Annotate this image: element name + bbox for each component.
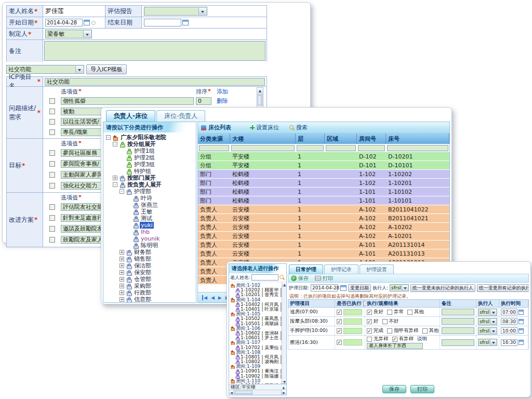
patient-list-item[interactable]: 1-10802 | 凌梅刚 | 0112 bbox=[230, 360, 286, 364]
bed-filter-input[interactable] bbox=[199, 145, 229, 151]
patient-list-item[interactable]: 1-10502 | 慕凤凰 | 0106 bbox=[230, 316, 286, 321]
done-checkbox[interactable] bbox=[337, 340, 342, 345]
note-input[interactable] bbox=[442, 309, 474, 315]
bed-table-row[interactable]: 负责人云安楼1A-102A-10202 bbox=[198, 223, 449, 232]
patient-list-item[interactable]: 1-10602 | 曾润林 | 0141 bbox=[230, 331, 286, 336]
bed-column-header[interactable]: 分类来源 bbox=[198, 134, 230, 144]
collapse-icon[interactable]: ▲ bbox=[282, 385, 285, 389]
note-input[interactable] bbox=[442, 327, 474, 334]
room-list-item[interactable]: 房间:1-108 bbox=[230, 350, 286, 355]
done-checkbox[interactable] bbox=[337, 319, 342, 324]
scroll-left-icon[interactable]: ◀ bbox=[229, 390, 234, 395]
set-bed-button[interactable]: 设置床位 bbox=[250, 124, 279, 131]
option-checkbox[interactable] bbox=[49, 172, 55, 178]
tab-护理设置[interactable]: 护理设置 bbox=[360, 264, 394, 274]
list-vertical-scrollbar[interactable]: ▲ ▼ bbox=[282, 282, 286, 384]
bed-table-row[interactable]: 负责人云安楼1A-102B2011041021 bbox=[198, 214, 449, 223]
option-value-input[interactable]: 個性孤僻 bbox=[61, 97, 194, 105]
result-checkbox[interactable] bbox=[387, 328, 392, 334]
save-button[interactable]: 保存 bbox=[382, 385, 406, 393]
collapse-icon[interactable]: - bbox=[119, 189, 124, 194]
expand-icon[interactable]: + bbox=[119, 270, 124, 275]
result-checkbox[interactable] bbox=[367, 337, 372, 342]
option-checkbox[interactable] bbox=[49, 183, 55, 189]
patient-list-item[interactable]: 1-10601 | 罗士忠 | 0114 bbox=[230, 336, 286, 340]
executor-select[interactable]: sfrsl bbox=[478, 318, 497, 325]
result-detail-input[interactable]: 老人身体长了东西 bbox=[367, 343, 423, 349]
expand-icon[interactable]: + bbox=[119, 290, 124, 295]
scroll-up-icon[interactable]: ▲ bbox=[282, 282, 286, 287]
next-page-icon[interactable]: ▶ bbox=[218, 295, 222, 300]
bed-table-row[interactable]: 部门松鹤楼11-1011-10102 bbox=[198, 188, 449, 196]
tab-负责人-床位[interactable]: 负责人-床位 bbox=[106, 110, 155, 122]
executor-select[interactable]: sfrsl bbox=[478, 309, 497, 316]
room-list-item[interactable]: 房间:1-106 bbox=[230, 326, 286, 331]
time-input[interactable]: 08:30 bbox=[501, 318, 517, 325]
calendar-icon[interactable] bbox=[518, 319, 524, 324]
expand-icon[interactable]: + bbox=[119, 297, 124, 302]
bed-table-row[interactable]: 负责人云安楼1A-101A201131014 bbox=[198, 241, 449, 249]
executor-select[interactable]: sfrsl bbox=[390, 284, 409, 291]
expand-icon[interactable]: + bbox=[119, 284, 124, 288]
done-checkbox[interactable] bbox=[337, 328, 342, 334]
import-icp-template-button[interactable]: 导入ICP模板 bbox=[86, 64, 127, 74]
first-page-icon[interactable]: ◀ bbox=[202, 295, 207, 300]
bed-column-header[interactable]: 区域 bbox=[325, 134, 357, 144]
result-checkbox[interactable] bbox=[392, 337, 397, 342]
executor-select[interactable]: sfrsl bbox=[478, 339, 497, 346]
time-input[interactable]: 10:00 bbox=[501, 327, 517, 334]
option-checkbox[interactable] bbox=[49, 119, 55, 125]
bed-table-row[interactable]: 负责人云安楼1A-102A-10201 bbox=[198, 232, 449, 241]
room-list-item[interactable]: 房间:1-107 bbox=[230, 340, 286, 345]
list-horizontal-scrollbar[interactable]: ◀ ▶ bbox=[229, 390, 286, 395]
result-checkbox[interactable] bbox=[382, 319, 388, 324]
time-input[interactable]: 07:00 bbox=[501, 309, 517, 315]
prev-page-icon[interactable]: ◀ bbox=[211, 295, 215, 300]
option-checkbox[interactable] bbox=[49, 237, 55, 243]
tree-node[interactable]: 测试 bbox=[104, 215, 196, 222]
add-option-link[interactable]: 添加 bbox=[217, 88, 228, 96]
calendar-icon[interactable] bbox=[518, 340, 524, 345]
option-checkbox[interactable] bbox=[49, 226, 55, 232]
calendar-icon[interactable] bbox=[518, 310, 524, 315]
expand-icon[interactable]: + bbox=[119, 277, 124, 282]
expand-icon[interactable]: + bbox=[113, 176, 117, 180]
bed-column-header[interactable]: 房间号 bbox=[357, 134, 386, 144]
scroll-up-icon[interactable]: ▲ bbox=[257, 88, 263, 95]
bed-filter-input[interactable] bbox=[231, 145, 295, 151]
tab-护理记录[interactable]: 护理记录 bbox=[324, 264, 358, 274]
patient-list-item[interactable]: 1-10401 | 叶京瑞 | 0125 bbox=[230, 307, 286, 312]
room-list-item[interactable]: 房间:1-110 bbox=[230, 379, 286, 383]
result-checkbox[interactable] bbox=[422, 328, 428, 334]
tree-node[interactable]: lhb bbox=[104, 229, 196, 235]
calendar-icon[interactable] bbox=[84, 20, 90, 25]
expand-icon[interactable]: + bbox=[119, 263, 124, 268]
patient-list-item[interactable]: 1-11002 | 周秀娟 | 146 bbox=[230, 383, 286, 384]
result-checkbox[interactable] bbox=[367, 319, 372, 324]
start-date-input[interactable]: 2014-04-28 bbox=[45, 19, 83, 26]
patient-list-item[interactable]: 1-10901 | 黄海汶 | 0116 bbox=[230, 369, 286, 374]
care-date-input[interactable]: 2014-04-28 bbox=[311, 284, 338, 291]
change-unexecuted-executor-button[interactable]: 统一变更未执行记录的执行人 bbox=[410, 284, 475, 292]
print-button[interactable]: 打印 bbox=[315, 275, 333, 282]
search-icon[interactable] bbox=[280, 275, 285, 280]
print-button[interactable]: 打印 bbox=[410, 385, 434, 393]
collapse-icon[interactable]: - bbox=[106, 135, 111, 140]
scrollbar-thumb[interactable] bbox=[258, 95, 262, 105]
patient-list-item[interactable]: 1-10201 | 曾秀宽 | 0124 bbox=[230, 292, 286, 297]
patient-list-item[interactable]: 1-10801 | 何月凤 | 0116 bbox=[230, 355, 286, 360]
clear-date-icon[interactable] bbox=[91, 21, 96, 25]
scroll-down-icon[interactable]: ▼ bbox=[282, 379, 286, 384]
patient-list-item[interactable]: 1-10402 | 何月凤 | 0122 bbox=[230, 302, 286, 307]
result-checkbox[interactable] bbox=[407, 310, 413, 315]
bed-filter-input[interactable] bbox=[297, 145, 324, 151]
result-checkbox[interactable] bbox=[367, 310, 372, 315]
executor-select[interactable]: sfrsl bbox=[478, 327, 497, 335]
room-list-item[interactable]: 房间:1-104 bbox=[230, 298, 286, 302]
expand-icon[interactable]: + bbox=[119, 250, 124, 255]
bed-table-row[interactable]: 分组平安楼1D-101D-10101 bbox=[198, 161, 449, 170]
option-checkbox[interactable] bbox=[49, 129, 55, 135]
bed-table-row[interactable]: 部门松鹤楼11-1021-10201 bbox=[198, 179, 449, 188]
bed-table-row[interactable]: 分组平安楼1D-102D-10201 bbox=[198, 152, 449, 161]
note-input[interactable] bbox=[442, 318, 474, 325]
